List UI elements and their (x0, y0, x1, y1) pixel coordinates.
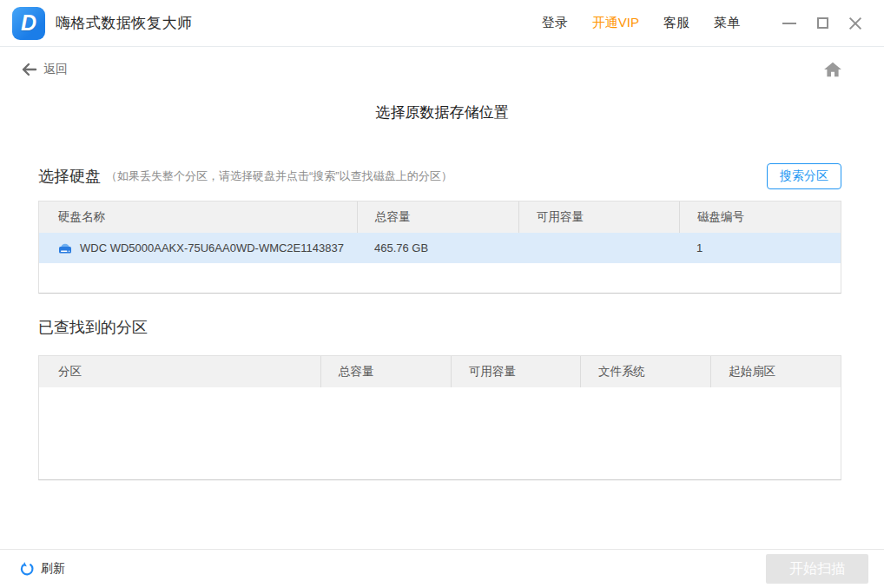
disk-col-index: 磁盘编号 (679, 202, 841, 233)
disk-table-header: 硬盘名称 总容量 可用容量 磁盘编号 (39, 202, 841, 233)
disk-section-hint: （如果丢失整个分区，请选择硬盘并点击“搜索”以查找磁盘上的分区） (106, 168, 452, 184)
close-button[interactable] (842, 10, 868, 36)
refresh-icon (19, 561, 35, 577)
footer-bar: 刷新 开始扫描 (0, 549, 884, 588)
maximize-button[interactable] (809, 10, 835, 36)
back-button[interactable]: 返回 (21, 62, 68, 77)
app-window: D 嗨格式数据恢复大师 登录 开通VIP 客服 菜单 (0, 0, 884, 588)
hard-drive-icon (58, 241, 72, 254)
disk-available-cell (518, 233, 679, 263)
partition-col-total: 总容量 (320, 356, 451, 387)
titlebar: D 嗨格式数据恢复大师 登录 开通VIP 客服 菜单 (0, 0, 884, 47)
refresh-button[interactable]: 刷新 (19, 561, 65, 577)
partition-col-name: 分区 (39, 356, 320, 387)
partition-table-header: 分区 总容量 可用容量 文件系统 起始扇区 (39, 356, 841, 387)
partition-section-heading: 已查找到的分区 (38, 317, 841, 338)
disk-table-row[interactable]: WDC WD5000AAKX-75U6AA0WD-WMC2E1143837 46… (39, 233, 841, 263)
disk-table-empty-area (39, 263, 841, 293)
disk-name: WDC WD5000AAKX-75U6AA0WD-WMC2E1143837 (80, 241, 344, 254)
home-icon[interactable] (823, 61, 842, 78)
main-content: 选择硬盘 （如果丢失整个分区，请选择硬盘并点击“搜索”以查找磁盘上的分区） 搜索… (0, 163, 884, 480)
window-controls (769, 10, 868, 36)
menu-link[interactable]: 菜单 (714, 15, 740, 31)
login-link[interactable]: 登录 (542, 15, 568, 31)
maximize-icon (817, 17, 828, 29)
nav-row: 返回 (0, 47, 884, 92)
disk-col-name: 硬盘名称 (39, 202, 357, 233)
vip-link[interactable]: 开通VIP (592, 15, 639, 31)
disk-table: 硬盘名称 总容量 可用容量 磁盘编号 WDC WD5000AAKX-75U6AA… (38, 201, 841, 294)
start-scan-button[interactable]: 开始扫描 (766, 554, 868, 584)
support-link[interactable]: 客服 (663, 15, 689, 31)
minimize-button[interactable] (776, 10, 802, 36)
disk-col-available: 可用容量 (518, 202, 679, 233)
disk-index-cell: 1 (679, 233, 841, 263)
search-partition-button[interactable]: 搜索分区 (767, 163, 841, 189)
disk-total-cell: 465.76 GB (357, 233, 518, 263)
page-title: 选择原数据存储位置 (0, 102, 884, 122)
disk-section-header: 选择硬盘 （如果丢失整个分区，请选择硬盘并点击“搜索”以查找磁盘上的分区） 搜索… (38, 163, 841, 189)
close-icon (848, 17, 862, 30)
disk-section-heading: 选择硬盘 (38, 166, 101, 187)
partition-table: 分区 总容量 可用容量 文件系统 起始扇区 (38, 355, 841, 480)
partition-col-available: 可用容量 (451, 356, 580, 387)
app-title: 嗨格式数据恢复大师 (56, 13, 193, 33)
disk-name-cell: WDC WD5000AAKX-75U6AA0WD-WMC2E1143837 (39, 233, 357, 263)
app-logo-icon: D (12, 7, 45, 40)
back-arrow-icon (21, 62, 37, 77)
partition-col-filesystem: 文件系统 (580, 356, 710, 387)
titlebar-menu: 登录 开通VIP 客服 菜单 (518, 10, 868, 36)
minimize-icon (782, 23, 796, 24)
partition-col-startsector: 起始扇区 (710, 356, 841, 387)
partition-table-empty-area (39, 387, 841, 479)
refresh-label: 刷新 (41, 561, 65, 577)
disk-col-total: 总容量 (357, 202, 518, 233)
back-label: 返回 (43, 62, 68, 77)
